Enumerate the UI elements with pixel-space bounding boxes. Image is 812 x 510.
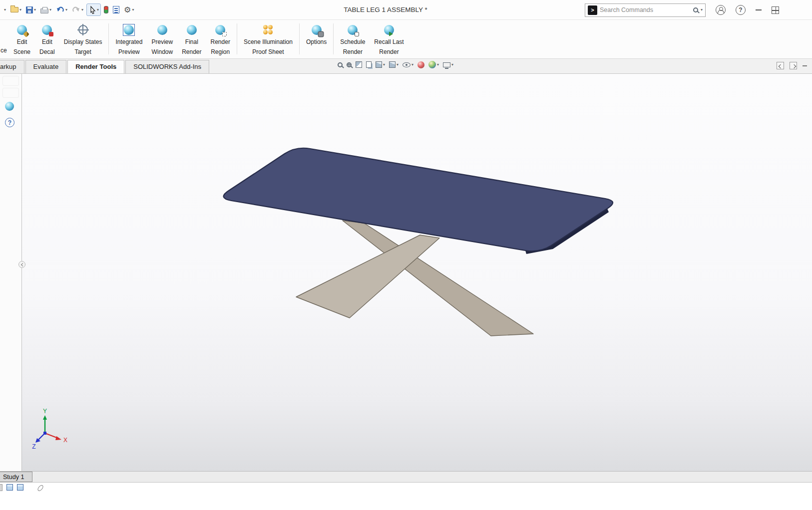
panel-help-icon[interactable]: ? [5,118,14,127]
zoom-to-area-button[interactable] [347,62,352,67]
clipped-toolbar-icon[interactable] [0,484,2,491]
proof-sheet-icon [263,24,274,35]
save-icon [26,6,33,13]
collapse-right-icon[interactable] [790,62,797,69]
zoom-fit-icon [338,62,343,67]
appearances-panel-icon[interactable] [5,102,14,111]
button-label: Decal [39,48,55,56]
user-account-icon[interactable] [716,5,726,15]
rebuild-button[interactable] [102,4,110,15]
render-region-button[interactable]: Render Region [206,22,235,57]
heads-up-view-toolbar: ▾ ▾ ▾ ▾ ▾ [338,61,453,68]
restore-window-icon[interactable] [772,6,779,14]
select-tool-button[interactable]: ▾ [86,3,101,16]
chevron-down-icon[interactable]: ▾ [701,8,703,12]
model-cube-icon-2[interactable] [17,484,23,491]
display-states-target-button[interactable]: Display States Target [59,22,107,57]
ribbon-separator [333,23,334,54]
solidworks-window: ▾ ▾ ▾ ▾ ▾ ▾ ▾ ⚙▾ TABLE LEG 1 ASSEMBLY * … [0,0,812,510]
help-icon[interactable]: ? [736,5,746,15]
button-label: Display States [64,38,102,46]
chevron-down-icon: ▾ [397,63,399,67]
view-settings-button[interactable]: ▾ [443,62,453,67]
integrated-preview-button[interactable]: Integrated Preview [111,22,147,57]
chevron-down-icon: ▾ [49,8,51,12]
triad-z-label: Z [32,443,35,450]
redo-button[interactable]: ▾ [70,4,85,15]
ribbon-collapse-controls [777,62,807,69]
undo-button[interactable]: ▾ [54,4,69,15]
motion-study-tab-bar: Study 1 [0,471,812,482]
chevron-down-icon: ▾ [411,63,413,67]
section-view-button[interactable] [356,61,362,68]
button-label: Schedule [340,38,365,46]
panel-slot [2,88,19,98]
print-icon [40,8,48,13]
rebuild-trafficlight-icon [104,6,108,13]
apply-scene-button[interactable]: ▾ [428,61,439,68]
search-commands-box[interactable]: > ▾ [585,3,706,17]
gear-icon: ⚙ [124,6,131,14]
tab-markup[interactable]: arkup [0,60,24,73]
model-3d: Y X Z [22,74,812,471]
chevron-down-icon: ▾ [437,63,439,67]
feature-tree-splitter[interactable] [18,261,25,268]
scene-illumination-proof-sheet-button[interactable]: Scene Illumination Proof Sheet [239,22,297,57]
collapse-left-icon[interactable] [777,62,784,69]
chevron-down-icon: ▾ [132,8,134,12]
undo-icon [56,6,64,13]
tab-render-tools[interactable]: Render Tools [67,60,124,73]
title-bar: ▾ ▾ ▾ ▾ ▾ ▾ ▾ ⚙▾ TABLE LEG 1 ASSEMBLY * … [0,0,812,20]
attachment-icon[interactable] [36,484,44,492]
quick-access-toolbar: ▾ ▾ ▾ ▾ ▾ ▾ ▾ ⚙▾ [0,3,135,16]
tab-evaluate[interactable]: Evaluate [25,60,67,73]
preview-window-icon [157,25,167,35]
display-style-button[interactable]: ▾ [389,61,399,68]
pin-ribbon-icon[interactable] [803,65,807,66]
zoom-area-icon [347,62,352,67]
open-button[interactable]: ▾ [9,5,23,14]
render-options-button[interactable]: Options [302,22,331,56]
button-label: Render [182,48,201,56]
model-cube-icon[interactable] [6,484,13,491]
schedule-render-button[interactable]: Schedule Render [336,22,370,57]
search-icon[interactable] [693,7,698,12]
edit-scene-icon [17,25,27,35]
final-render-button[interactable]: Final Render [177,22,206,57]
search-input[interactable] [600,6,691,13]
search-scope-icon[interactable]: > [588,5,597,15]
qat-overflow-button[interactable]: ▾ [2,6,7,13]
tab-solidworks-add-ins[interactable]: SOLIDWORKS Add-Ins [125,60,209,73]
button-label: Recall Last [374,38,404,46]
button-label: Region [211,48,230,56]
file-properties-button[interactable] [111,4,121,15]
recall-last-render-button[interactable]: Recall Last Render [370,22,408,57]
button-label: Render [211,38,230,46]
zoom-to-fit-button[interactable] [338,62,343,67]
options-button[interactable]: ⚙▾ [122,4,135,15]
display-style-icon [389,61,396,68]
edit-decal-icon [42,25,52,35]
triad-x-label: X [63,437,67,444]
final-render-icon [187,25,197,35]
chevron-down-icon: ▾ [383,63,385,67]
ribbon-separator [299,23,300,54]
print-button[interactable]: ▾ [39,5,53,15]
save-button[interactable]: ▾ [24,5,37,15]
previous-view-button[interactable] [366,61,372,68]
select-cursor-icon [88,5,96,14]
recall-last-render-icon [384,25,394,35]
edit-decal-button[interactable]: Edit Decal [35,22,59,57]
graphics-viewport[interactable]: Y X Z [22,74,812,471]
edit-appearance-button[interactable] [417,61,424,68]
button-label: Integrated [115,38,142,46]
view-orientation-button[interactable]: ▾ [376,61,385,68]
chevron-down-icon: ▾ [19,8,21,12]
edit-scene-button[interactable]: Edit Scene [9,22,35,57]
minimize-icon[interactable] [756,9,762,10]
hide-show-items-button[interactable]: ▾ [403,62,413,67]
preview-window-button[interactable]: Preview Window [147,22,177,57]
chevron-down-icon: ▾ [81,8,83,12]
button-label: Window [151,48,173,56]
tab-study-1[interactable]: Study 1 [0,472,32,482]
